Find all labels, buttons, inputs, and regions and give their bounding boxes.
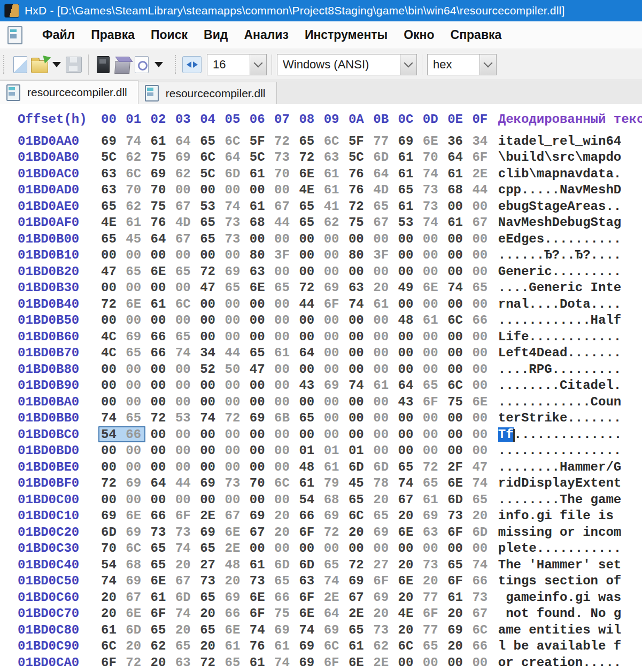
hex-byte[interactable]: 5C: [250, 150, 274, 165]
hex-byte[interactable]: 00: [398, 248, 423, 262]
hex-byte[interactable]: 00: [250, 297, 274, 311]
hex-byte[interactable]: 73: [373, 623, 398, 637]
hex-byte[interactable]: 00: [250, 443, 274, 458]
tab-0[interactable]: resourcecompiler.dll: [0, 80, 138, 104]
hex-byte[interactable]: 20: [373, 606, 398, 621]
hex-byte[interactable]: 6F: [447, 525, 472, 540]
hex-byte[interactable]: 65: [175, 639, 200, 653]
hex-byte[interactable]: 67: [349, 590, 373, 605]
hex-byte[interactable]: 20: [349, 525, 373, 540]
hex-byte[interactable]: 72: [299, 150, 323, 165]
hex-byte[interactable]: 00: [225, 248, 249, 262]
hex-byte[interactable]: 72: [200, 655, 225, 670]
hex-byte[interactable]: 00: [250, 232, 274, 246]
hex-byte[interactable]: 6D: [373, 150, 398, 165]
hex-byte[interactable]: 4D: [175, 215, 200, 230]
hex-byte[interactable]: 20: [225, 574, 249, 588]
hex-byte[interactable]: 00: [447, 330, 472, 344]
hex-byte[interactable]: 6D: [101, 525, 126, 540]
hex-byte[interactable]: 00: [398, 297, 423, 311]
hex-byte[interactable]: 00: [423, 427, 447, 442]
hex-byte[interactable]: 66: [126, 427, 150, 442]
hex-byte[interactable]: 20: [398, 590, 423, 605]
hex-byte[interactable]: 00: [175, 427, 200, 442]
hex-byte[interactable]: 00: [398, 443, 423, 458]
hex-byte[interactable]: 73: [250, 574, 274, 588]
hex-byte[interactable]: 6C: [398, 639, 423, 653]
decoded-text[interactable]: eEdges..........: [498, 232, 621, 246]
hex-byte[interactable]: 6D: [472, 525, 497, 540]
document-window-icon[interactable]: [7, 26, 22, 44]
decoded-text[interactable]: not found. No g: [498, 606, 621, 621]
hex-byte[interactable]: 00: [423, 248, 447, 262]
hex-byte[interactable]: 74: [175, 541, 200, 556]
hex-byte[interactable]: 63: [101, 167, 126, 181]
hex-byte[interactable]: 20: [200, 639, 225, 653]
hex-byte[interactable]: 76: [250, 639, 274, 653]
hex-byte[interactable]: 00: [373, 541, 398, 556]
hex-byte[interactable]: 65: [101, 232, 126, 246]
hex-byte[interactable]: 64: [373, 167, 398, 181]
hex-byte[interactable]: 00: [151, 378, 175, 393]
hex-byte[interactable]: 4C: [101, 346, 126, 360]
hex-byte[interactable]: 61: [151, 134, 175, 149]
encoding-combobox[interactable]: Windows (ANSI): [277, 54, 417, 75]
hex-byte[interactable]: 65: [225, 280, 249, 295]
hex-byte[interactable]: 65: [324, 558, 349, 572]
hex-byte[interactable]: 75: [274, 606, 299, 621]
hex-byte[interactable]: 00: [101, 313, 126, 327]
hex-byte[interactable]: 00: [151, 313, 175, 327]
decoded-text[interactable]: ............Half: [498, 313, 621, 327]
hex-byte[interactable]: 20: [398, 509, 423, 523]
hex-byte[interactable]: 6E: [126, 606, 150, 621]
hex-byte[interactable]: 76: [349, 183, 373, 197]
hex-byte[interactable]: 5C: [349, 150, 373, 165]
hex-byte[interactable]: 54: [101, 558, 126, 572]
hex-byte[interactable]: 73: [151, 525, 175, 540]
hex-byte[interactable]: 00: [250, 378, 274, 393]
hex-byte[interactable]: 48: [398, 313, 423, 327]
hex-byte[interactable]: 67: [373, 215, 398, 230]
hex-byte[interactable]: 20: [373, 493, 398, 507]
hex-byte[interactable]: 74: [101, 574, 126, 588]
menu-item-0[interactable]: Файл: [34, 25, 83, 45]
hex-byte[interactable]: 20: [274, 509, 299, 523]
hex-byte[interactable]: 00: [225, 427, 249, 442]
hex-byte[interactable]: 73: [423, 199, 447, 214]
hex-byte[interactable]: 64: [324, 606, 349, 621]
hex-byte[interactable]: 00: [472, 443, 497, 458]
hex-byte[interactable]: 69: [225, 590, 249, 605]
new-file-button[interactable]: [11, 54, 30, 75]
hex-byte[interactable]: 70: [274, 167, 299, 181]
hex-byte[interactable]: 00: [175, 395, 200, 409]
hex-byte[interactable]: 62: [126, 150, 150, 165]
hex-byte[interactable]: 6E: [299, 167, 323, 181]
hex-byte[interactable]: 69: [398, 134, 423, 149]
hex-byte[interactable]: 63: [423, 525, 447, 540]
hex-byte[interactable]: 61: [225, 639, 249, 653]
hex-byte[interactable]: 00: [250, 541, 274, 556]
hex-byte[interactable]: 73: [225, 476, 249, 490]
hex-byte[interactable]: 45: [349, 476, 373, 490]
hex-byte[interactable]: 20: [175, 623, 200, 637]
hex-byte[interactable]: 69: [250, 411, 274, 425]
hex-byte[interactable]: 20: [472, 509, 497, 523]
hex-byte[interactable]: 61: [373, 297, 398, 311]
hex-byte[interactable]: 6F: [373, 574, 398, 588]
hex-byte[interactable]: 00: [175, 378, 200, 393]
hex-byte[interactable]: 00: [423, 362, 447, 377]
hex-byte[interactable]: 69: [324, 280, 349, 295]
hex-byte[interactable]: 72: [423, 460, 447, 474]
hex-byte[interactable]: 72: [126, 655, 150, 670]
hex-byte[interactable]: 01: [299, 443, 323, 458]
hex-byte[interactable]: 73: [225, 232, 249, 246]
hex-byte[interactable]: 00: [225, 330, 249, 344]
hex-byte[interactable]: 69: [324, 623, 349, 637]
decoded-text[interactable]: gameinfo.gi was: [498, 590, 621, 605]
hex-byte[interactable]: 00: [151, 280, 175, 295]
hex-byte[interactable]: 61: [324, 183, 349, 197]
hex-byte[interactable]: 62: [175, 167, 200, 181]
hex-byte[interactable]: 80: [349, 248, 373, 262]
hex-byte[interactable]: 65: [101, 199, 126, 214]
hex-byte[interactable]: 00: [423, 330, 447, 344]
